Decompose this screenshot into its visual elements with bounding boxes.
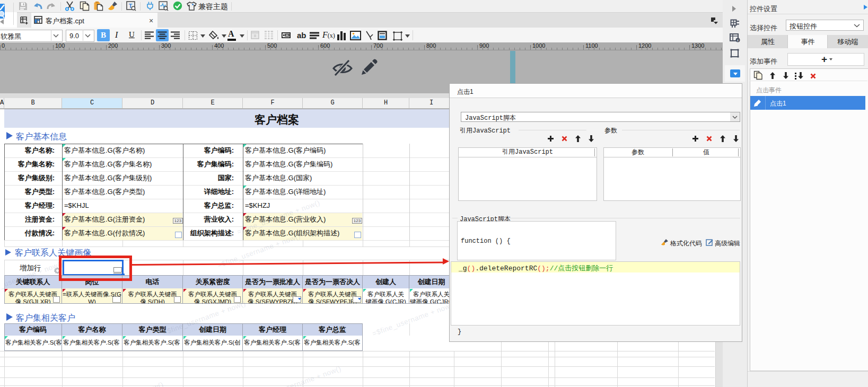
svg-text:i: i [738, 38, 739, 42]
